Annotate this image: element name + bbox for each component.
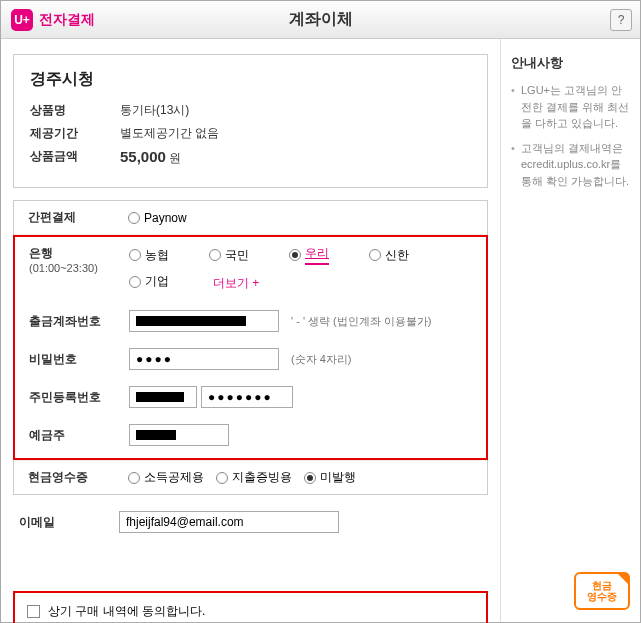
- amount-row: 상품금액 55,000 원: [30, 148, 471, 167]
- bank-label-text: 은행: [29, 246, 53, 260]
- badge-line1: 현금: [592, 580, 612, 591]
- bank-hours: (01:00~23:30): [29, 262, 129, 274]
- account-hint: ' - ' 생략 (법인계좌 이용불가): [291, 314, 431, 329]
- payment-window: U+ 전자결제 계좌이체 ? 경주시청 상품명 통기타(13시) 제공기간 별도…: [0, 0, 641, 623]
- bank-options: 농협 국민 우리 신한 기업 더보기 +: [129, 245, 472, 294]
- account-row: 출금계좌번호 ' - ' 생략 (법인계좌 이용불가): [15, 302, 486, 340]
- merchant-name: 경주시청: [30, 69, 471, 90]
- radio-receipt-none-label: 미발행: [320, 469, 356, 486]
- radio-bank-woori-label: 우리: [305, 245, 329, 265]
- agree-section-highlight: 상기 구매 내역에 동의합니다. 다음 ❯: [13, 591, 488, 623]
- easypay-options: Paynow: [128, 211, 473, 225]
- page-title: 계좌이체: [289, 9, 353, 30]
- payment-form-card: 간편결제 Paynow 은행 (01:00~23:30): [13, 200, 488, 495]
- side-item: 고객님의 결제내역은 ecredit.uplus.co.kr를 통해 확인 가능…: [511, 140, 630, 190]
- radio-bank-kb[interactable]: 국민: [209, 247, 281, 264]
- side-list: LGU+는 고객님의 안전한 결제를 위해 최선을 다하고 있습니다. 고객님의…: [511, 82, 630, 189]
- agree-label: 상기 구매 내역에 동의합니다.: [48, 603, 205, 620]
- cash-receipt-badge[interactable]: 현금 영수증: [574, 572, 630, 610]
- radio-dot-icon: [289, 249, 301, 261]
- radio-dot-icon: [216, 472, 228, 484]
- password-hint: (숫자 4자리): [291, 352, 352, 367]
- period-value: 별도제공기간 없음: [120, 125, 219, 142]
- ssn-row: 주민등록번호 ●●●●●●●: [15, 378, 486, 416]
- radio-dot-icon: [209, 249, 221, 261]
- password-row: 비밀번호 ●●●● (숫자 4자리): [15, 340, 486, 378]
- period-label: 제공기간: [30, 125, 120, 142]
- radio-dot-icon: [129, 249, 141, 261]
- bank-more-link[interactable]: 더보기 +: [213, 275, 259, 292]
- masked-value: [136, 430, 176, 440]
- amount-label: 상품금액: [30, 148, 120, 167]
- amount-unit: 원: [169, 151, 181, 165]
- radio-bank-shinhan-label: 신한: [385, 247, 409, 264]
- uplus-logo-icon: U+: [11, 9, 33, 31]
- email-label: 이메일: [19, 514, 119, 531]
- email-input[interactable]: [119, 511, 339, 533]
- bank-label: 은행 (01:00~23:30): [29, 245, 129, 274]
- radio-bank-nh[interactable]: 농협: [129, 247, 201, 264]
- radio-bank-shinhan[interactable]: 신한: [369, 247, 441, 264]
- product-value: 통기타(13시): [120, 102, 189, 119]
- radio-bank-ibk[interactable]: 기업: [129, 273, 201, 290]
- help-button[interactable]: ?: [610, 9, 632, 31]
- amount-value: 55,000 원: [120, 148, 181, 167]
- agree-checkbox[interactable]: 상기 구매 내역에 동의합니다.: [27, 603, 474, 620]
- masked-value: [136, 392, 184, 402]
- brand-label: 전자결제: [39, 11, 95, 29]
- side-panel: 안내사항 LGU+는 고객님의 안전한 결제를 위해 최선을 다하고 있습니다.…: [501, 39, 640, 622]
- titlebar: U+ 전자결제 계좌이체 ?: [1, 1, 640, 39]
- ssn-ctl: ●●●●●●●: [129, 386, 472, 408]
- ssn-label: 주민등록번호: [29, 389, 129, 406]
- radio-dot-icon: [369, 249, 381, 261]
- radio-bank-ibk-label: 기업: [145, 273, 169, 290]
- amount-number: 55,000: [120, 148, 166, 165]
- radio-bank-nh-label: 농협: [145, 247, 169, 264]
- radio-dot-icon: [129, 276, 141, 288]
- holder-row: 예금주: [15, 416, 486, 458]
- checkbox-icon: [27, 605, 40, 618]
- body: 경주시청 상품명 통기타(13시) 제공기간 별도제공기간 없음 상품금액 55…: [1, 39, 640, 622]
- product-label: 상품명: [30, 102, 120, 119]
- account-label: 출금계좌번호: [29, 313, 129, 330]
- radio-receipt-deduction[interactable]: 소득공제용: [128, 469, 204, 486]
- badge-line2: 영수증: [587, 591, 617, 602]
- receipt-label: 현금영수증: [28, 469, 128, 486]
- fold-icon: [616, 572, 630, 586]
- period-row: 제공기간 별도제공기간 없음: [30, 125, 471, 142]
- ssn-input-back[interactable]: ●●●●●●●: [201, 386, 293, 408]
- radio-dot-icon: [304, 472, 316, 484]
- password-ctl: ●●●● (숫자 4자리): [129, 348, 472, 370]
- radio-paynow[interactable]: Paynow: [128, 211, 187, 225]
- radio-receipt-expense[interactable]: 지출증빙용: [216, 469, 292, 486]
- radio-receipt-none[interactable]: 미발행: [304, 469, 356, 486]
- radio-receipt-expense-label: 지출증빙용: [232, 469, 292, 486]
- radio-paynow-label: Paynow: [144, 211, 187, 225]
- side-title: 안내사항: [511, 54, 630, 72]
- radio-bank-woori[interactable]: 우리: [289, 245, 361, 265]
- password-label: 비밀번호: [29, 351, 129, 368]
- masked-value: [136, 316, 246, 326]
- bank-section-highlight: 은행 (01:00~23:30) 농협 국민 우리 신한 기업 더보기 +: [13, 235, 488, 460]
- bank-row: 은행 (01:00~23:30) 농협 국민 우리 신한 기업 더보기 +: [15, 237, 486, 302]
- receipt-row: 현금영수증 소득공제용 지출증빙용 미발행: [14, 460, 487, 494]
- holder-label: 예금주: [29, 427, 129, 444]
- radio-dot-icon: [128, 472, 140, 484]
- side-item: LGU+는 고객님의 안전한 결제를 위해 최선을 다하고 있습니다.: [511, 82, 630, 132]
- easypay-label: 간편결제: [28, 209, 128, 226]
- email-ctl: [119, 511, 482, 533]
- account-input[interactable]: [129, 310, 279, 332]
- password-dots: ●●●●: [136, 352, 173, 366]
- holder-input[interactable]: [129, 424, 229, 446]
- ssn-dots: ●●●●●●●: [208, 390, 273, 404]
- receipt-options: 소득공제용 지출증빙용 미발행: [128, 469, 473, 486]
- ssn-input-front[interactable]: [129, 386, 197, 408]
- radio-receipt-deduction-label: 소득공제용: [144, 469, 204, 486]
- radio-bank-kb-label: 국민: [225, 247, 249, 264]
- product-row: 상품명 통기타(13시): [30, 102, 471, 119]
- main-panel: 경주시청 상품명 통기타(13시) 제공기간 별도제공기간 없음 상품금액 55…: [1, 39, 501, 622]
- password-input[interactable]: ●●●●: [129, 348, 279, 370]
- account-ctl: ' - ' 생략 (법인계좌 이용불가): [129, 310, 472, 332]
- holder-ctl: [129, 424, 472, 446]
- order-summary-card: 경주시청 상품명 통기타(13시) 제공기간 별도제공기간 없음 상품금액 55…: [13, 54, 488, 188]
